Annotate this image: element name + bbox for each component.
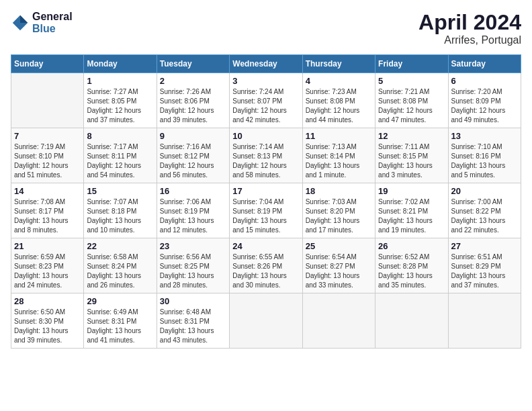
day-number: 28 [14, 296, 81, 306]
calendar-day-cell: 11Sunrise: 7:13 AMSunset: 8:14 PMDayligh… [302, 128, 375, 183]
day-number: 16 [160, 186, 226, 196]
day-info: Sunrise: 7:24 AMSunset: 8:07 PMDaylight:… [232, 87, 299, 125]
calendar-day-cell [448, 293, 521, 349]
day-info: Sunrise: 6:58 AMSunset: 8:24 PMDaylight:… [87, 253, 153, 290]
weekday-header: Wednesday [230, 55, 302, 73]
calendar-table: SundayMondayTuesdayWednesdayThursdayFrid… [11, 54, 521, 349]
calendar-day-cell: 26Sunrise: 6:52 AMSunset: 8:28 PMDayligh… [375, 238, 448, 293]
day-info: Sunrise: 6:50 AMSunset: 8:30 PMDaylight:… [14, 308, 81, 345]
day-number: 2 [160, 76, 226, 86]
day-info: Sunrise: 6:51 AMSunset: 8:29 PMDaylight:… [451, 253, 518, 290]
calendar-day-cell: 3Sunrise: 7:24 AMSunset: 8:07 PMDaylight… [230, 73, 302, 128]
calendar-day-cell: 24Sunrise: 6:55 AMSunset: 8:26 PMDayligh… [230, 238, 302, 293]
day-number: 21 [14, 241, 81, 251]
logo: General Blue [11, 11, 73, 35]
weekday-header: Sunday [11, 55, 84, 73]
logo-icon [11, 13, 30, 32]
day-number: 14 [14, 186, 81, 196]
weekday-header: Friday [375, 55, 448, 73]
calendar-day-cell: 25Sunrise: 6:54 AMSunset: 8:27 PMDayligh… [302, 238, 375, 293]
calendar-day-cell [302, 293, 375, 349]
day-info: Sunrise: 7:04 AMSunset: 8:19 PMDaylight:… [232, 197, 299, 235]
day-info: Sunrise: 7:26 AMSunset: 8:06 PMDaylight:… [160, 87, 226, 125]
day-number: 29 [87, 296, 153, 306]
weekday-header: Thursday [302, 55, 375, 73]
calendar-day-cell: 10Sunrise: 7:14 AMSunset: 8:13 PMDayligh… [230, 128, 302, 183]
calendar-day-cell: 27Sunrise: 6:51 AMSunset: 8:29 PMDayligh… [448, 238, 521, 293]
day-number: 3 [232, 76, 299, 86]
day-info: Sunrise: 7:06 AMSunset: 8:19 PMDaylight:… [160, 197, 226, 235]
weekday-header-row: SundayMondayTuesdayWednesdayThursdayFrid… [11, 55, 521, 73]
day-number: 19 [378, 186, 445, 196]
day-number: 15 [87, 186, 153, 196]
calendar-day-cell: 13Sunrise: 7:10 AMSunset: 8:16 PMDayligh… [448, 128, 521, 183]
day-info: Sunrise: 6:48 AMSunset: 8:31 PMDaylight:… [160, 308, 226, 345]
svg-marker-1 [20, 15, 28, 23]
day-number: 26 [378, 241, 445, 251]
day-number: 1 [87, 76, 153, 86]
calendar-day-cell: 21Sunrise: 6:59 AMSunset: 8:23 PMDayligh… [11, 238, 84, 293]
calendar-day-cell [375, 293, 448, 349]
calendar-week-row: 14Sunrise: 7:08 AMSunset: 8:17 PMDayligh… [11, 183, 521, 238]
day-number: 10 [232, 131, 299, 141]
day-number: 9 [160, 131, 226, 141]
calendar-day-cell: 29Sunrise: 6:49 AMSunset: 8:31 PMDayligh… [84, 293, 157, 349]
calendar-day-cell: 8Sunrise: 7:17 AMSunset: 8:11 PMDaylight… [84, 128, 157, 183]
calendar-day-cell [230, 293, 302, 349]
calendar-day-cell: 30Sunrise: 6:48 AMSunset: 8:31 PMDayligh… [157, 293, 229, 349]
calendar-day-cell: 9Sunrise: 7:16 AMSunset: 8:12 PMDaylight… [157, 128, 229, 183]
day-info: Sunrise: 7:16 AMSunset: 8:12 PMDaylight:… [160, 142, 226, 180]
day-number: 24 [232, 241, 299, 251]
calendar-day-cell: 23Sunrise: 6:56 AMSunset: 8:25 PMDayligh… [157, 238, 229, 293]
day-info: Sunrise: 7:07 AMSunset: 8:18 PMDaylight:… [87, 197, 153, 235]
calendar-day-cell: 15Sunrise: 7:07 AMSunset: 8:18 PMDayligh… [84, 183, 157, 238]
calendar-week-row: 1Sunrise: 7:27 AMSunset: 8:05 PMDaylight… [11, 73, 521, 128]
logo-line2: Blue [32, 23, 73, 35]
calendar-day-cell: 18Sunrise: 7:03 AMSunset: 8:20 PMDayligh… [302, 183, 375, 238]
title-area: April 2024 Arrifes, Portugal [418, 11, 521, 46]
day-info: Sunrise: 6:59 AMSunset: 8:23 PMDaylight:… [14, 253, 81, 290]
calendar-day-cell: 7Sunrise: 7:19 AMSunset: 8:10 PMDaylight… [11, 128, 84, 183]
logo-line1: General [32, 11, 73, 23]
day-info: Sunrise: 7:02 AMSunset: 8:21 PMDaylight:… [378, 197, 445, 235]
calendar-day-cell: 2Sunrise: 7:26 AMSunset: 8:06 PMDaylight… [157, 73, 229, 128]
day-number: 23 [160, 241, 226, 251]
day-info: Sunrise: 7:17 AMSunset: 8:11 PMDaylight:… [87, 142, 153, 180]
calendar-day-cell: 6Sunrise: 7:20 AMSunset: 8:09 PMDaylight… [448, 73, 521, 128]
day-number: 13 [451, 131, 518, 141]
day-info: Sunrise: 7:23 AMSunset: 8:08 PMDaylight:… [306, 87, 372, 125]
calendar-day-cell [11, 73, 84, 128]
calendar-day-cell: 20Sunrise: 7:00 AMSunset: 8:22 PMDayligh… [448, 183, 521, 238]
calendar-day-cell: 19Sunrise: 7:02 AMSunset: 8:21 PMDayligh… [375, 183, 448, 238]
calendar-day-cell: 1Sunrise: 7:27 AMSunset: 8:05 PMDaylight… [84, 73, 157, 128]
day-number: 17 [232, 186, 299, 196]
calendar-day-cell: 22Sunrise: 6:58 AMSunset: 8:24 PMDayligh… [84, 238, 157, 293]
calendar-day-cell: 12Sunrise: 7:11 AMSunset: 8:15 PMDayligh… [375, 128, 448, 183]
day-info: Sunrise: 6:54 AMSunset: 8:27 PMDaylight:… [306, 253, 372, 290]
day-info: Sunrise: 7:03 AMSunset: 8:20 PMDaylight:… [306, 197, 372, 235]
day-info: Sunrise: 7:00 AMSunset: 8:22 PMDaylight:… [451, 197, 518, 235]
location-title: Arrifes, Portugal [418, 34, 521, 46]
day-number: 22 [87, 241, 153, 251]
day-info: Sunrise: 7:11 AMSunset: 8:15 PMDaylight:… [378, 142, 445, 180]
day-info: Sunrise: 6:56 AMSunset: 8:25 PMDaylight:… [160, 253, 226, 290]
day-info: Sunrise: 7:27 AMSunset: 8:05 PMDaylight:… [87, 87, 153, 125]
calendar-day-cell: 4Sunrise: 7:23 AMSunset: 8:08 PMDaylight… [302, 73, 375, 128]
weekday-header: Saturday [448, 55, 521, 73]
day-number: 5 [378, 76, 445, 86]
day-number: 25 [306, 241, 372, 251]
calendar-week-row: 21Sunrise: 6:59 AMSunset: 8:23 PMDayligh… [11, 238, 521, 293]
day-number: 18 [306, 186, 372, 196]
day-number: 7 [14, 131, 81, 141]
calendar-week-row: 7Sunrise: 7:19 AMSunset: 8:10 PMDaylight… [11, 128, 521, 183]
day-number: 27 [451, 241, 518, 251]
day-info: Sunrise: 6:55 AMSunset: 8:26 PMDaylight:… [232, 253, 299, 290]
day-number: 6 [451, 76, 518, 86]
day-info: Sunrise: 7:20 AMSunset: 8:09 PMDaylight:… [451, 87, 518, 125]
calendar-week-row: 28Sunrise: 6:50 AMSunset: 8:30 PMDayligh… [11, 293, 521, 349]
day-number: 12 [378, 131, 445, 141]
calendar-day-cell: 16Sunrise: 7:06 AMSunset: 8:19 PMDayligh… [157, 183, 229, 238]
day-info: Sunrise: 7:21 AMSunset: 8:08 PMDaylight:… [378, 87, 445, 125]
calendar-day-cell: 17Sunrise: 7:04 AMSunset: 8:19 PMDayligh… [230, 183, 302, 238]
month-title: April 2024 [418, 11, 521, 34]
